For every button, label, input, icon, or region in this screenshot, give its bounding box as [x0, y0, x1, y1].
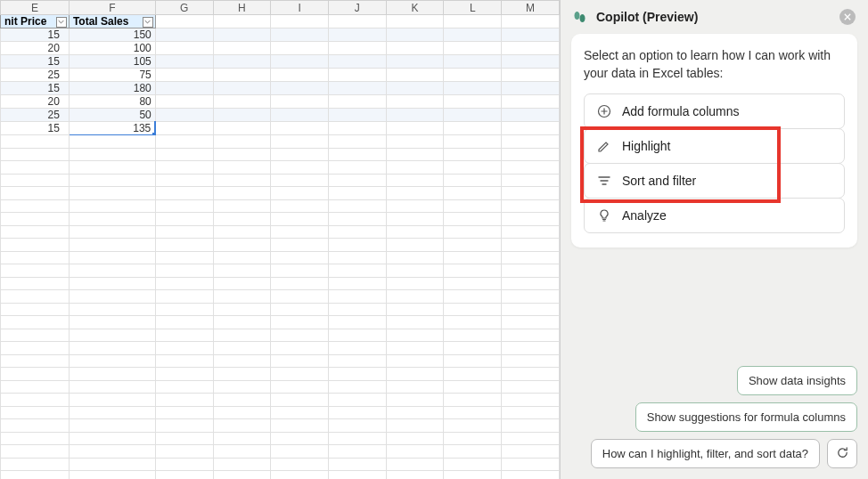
empty-cell[interactable] [444, 82, 502, 95]
empty-cell[interactable] [444, 42, 502, 55]
empty-cell[interactable] [213, 432, 271, 445]
empty-cell[interactable] [213, 95, 271, 109]
empty-cell[interactable] [271, 28, 329, 42]
empty-cell[interactable] [502, 55, 560, 69]
empty-cell[interactable] [444, 406, 502, 419]
empty-cell[interactable] [328, 135, 386, 149]
empty-cell[interactable] [213, 135, 271, 149]
empty-cell[interactable] [386, 419, 444, 433]
cell-unit-price[interactable]: 25 [1, 109, 70, 122]
empty-cell[interactable] [386, 316, 444, 329]
empty-cell[interactable] [213, 15, 271, 28]
header-total-sales[interactable]: Total Sales [69, 15, 155, 28]
empty-cell[interactable] [386, 161, 444, 175]
empty-cell[interactable] [69, 419, 155, 433]
empty-cell[interactable] [213, 303, 271, 316]
empty-cell[interactable] [444, 15, 502, 28]
empty-cell[interactable] [155, 82, 213, 95]
cell-total-sales[interactable]: 150 [69, 28, 155, 42]
empty-cell[interactable] [69, 187, 155, 200]
empty-cell[interactable] [69, 174, 155, 187]
empty-cell[interactable] [444, 368, 502, 381]
empty-cell[interactable] [271, 239, 329, 252]
empty-cell[interactable] [213, 55, 271, 69]
empty-cell[interactable] [502, 290, 560, 304]
empty-cell[interactable] [271, 406, 329, 419]
empty-cell[interactable] [1, 406, 70, 419]
empty-cell[interactable] [444, 95, 502, 109]
empty-cell[interactable] [213, 161, 271, 175]
empty-cell[interactable] [444, 432, 502, 445]
empty-cell[interactable] [213, 225, 271, 239]
empty-cell[interactable] [155, 290, 213, 304]
empty-cell[interactable] [502, 213, 560, 226]
empty-cell[interactable] [328, 303, 386, 316]
col-letter-G[interactable]: G [155, 1, 213, 15]
col-letter-H[interactable]: H [213, 1, 271, 15]
empty-cell[interactable] [444, 316, 502, 329]
empty-cell[interactable] [271, 55, 329, 69]
empty-cell[interactable] [502, 161, 560, 175]
empty-cell[interactable] [444, 264, 502, 278]
empty-cell[interactable] [271, 458, 329, 471]
empty-cell[interactable] [155, 174, 213, 187]
empty-cell[interactable] [155, 458, 213, 471]
cell-total-sales[interactable]: 105 [69, 55, 155, 69]
empty-cell[interactable] [155, 187, 213, 200]
empty-cell[interactable] [328, 329, 386, 342]
empty-cell[interactable] [69, 394, 155, 407]
empty-cell[interactable] [502, 122, 560, 135]
analyze-button[interactable]: Analyze [584, 198, 845, 233]
empty-cell[interactable] [271, 95, 329, 109]
empty-cell[interactable] [502, 174, 560, 187]
empty-cell[interactable] [502, 368, 560, 381]
empty-cell[interactable] [502, 419, 560, 433]
close-button[interactable] [839, 9, 856, 25]
empty-cell[interactable] [271, 225, 329, 239]
empty-cell[interactable] [502, 28, 560, 42]
empty-cell[interactable] [213, 354, 271, 368]
empty-cell[interactable] [328, 432, 386, 445]
empty-cell[interactable] [271, 42, 329, 55]
empty-cell[interactable] [444, 69, 502, 82]
empty-cell[interactable] [213, 109, 271, 122]
col-letter-E[interactable]: E [1, 1, 70, 15]
col-letter-J[interactable]: J [328, 1, 386, 15]
empty-cell[interactable] [386, 445, 444, 459]
empty-cell[interactable] [502, 394, 560, 407]
empty-cell[interactable] [328, 42, 386, 55]
empty-cell[interactable] [271, 69, 329, 82]
sort-filter-button[interactable]: Sort and filter [584, 163, 845, 199]
empty-cell[interactable] [155, 161, 213, 175]
empty-cell[interactable] [386, 471, 444, 480]
empty-cell[interactable] [328, 342, 386, 355]
empty-cell[interactable] [328, 225, 386, 239]
col-letter-K[interactable]: K [386, 1, 444, 15]
col-letter-M[interactable]: M [502, 1, 560, 15]
empty-cell[interactable] [69, 135, 155, 149]
empty-cell[interactable] [271, 174, 329, 187]
empty-cell[interactable] [328, 354, 386, 368]
empty-cell[interactable] [69, 239, 155, 252]
empty-cell[interactable] [155, 109, 213, 122]
empty-cell[interactable] [444, 213, 502, 226]
empty-cell[interactable] [155, 15, 213, 28]
empty-cell[interactable] [213, 290, 271, 304]
empty-cell[interactable] [502, 342, 560, 355]
empty-cell[interactable] [444, 174, 502, 187]
empty-cell[interactable] [69, 432, 155, 445]
empty-cell[interactable] [271, 15, 329, 28]
empty-cell[interactable] [502, 445, 560, 459]
empty-cell[interactable] [1, 368, 70, 381]
empty-cell[interactable] [69, 342, 155, 355]
empty-cell[interactable] [271, 290, 329, 304]
empty-cell[interactable] [444, 394, 502, 407]
empty-cell[interactable] [155, 329, 213, 342]
empty-cell[interactable] [1, 225, 70, 239]
empty-cell[interactable] [328, 174, 386, 187]
filter-dropdown-icon[interactable] [143, 17, 153, 28]
cell-unit-price[interactable]: 15 [1, 55, 70, 69]
empty-cell[interactable] [386, 135, 444, 149]
empty-cell[interactable] [386, 432, 444, 445]
empty-cell[interactable] [69, 406, 155, 419]
